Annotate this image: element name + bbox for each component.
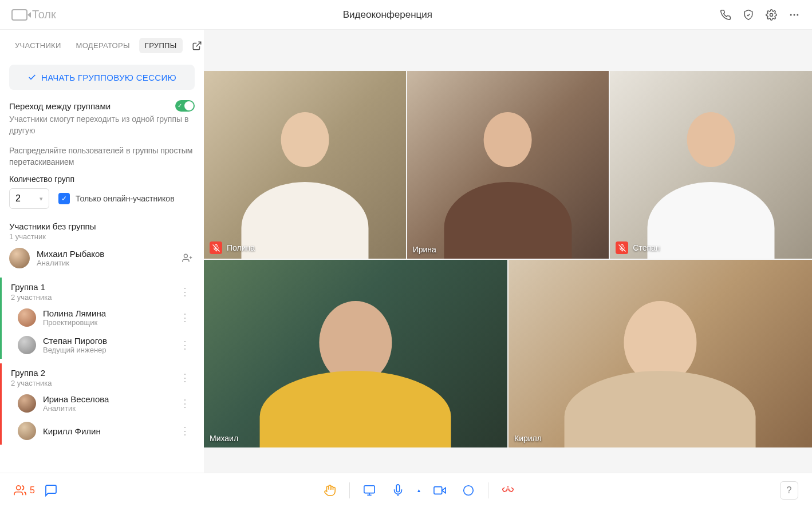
svg-point-3 xyxy=(797,14,798,15)
tile-name-label: Кирилл xyxy=(514,434,542,443)
record-button[interactable] xyxy=(457,479,480,502)
member-name: Степан Пирогов xyxy=(43,336,168,346)
circle-icon xyxy=(462,484,475,497)
help-label: ? xyxy=(787,485,792,496)
group-title: Группа 1 xyxy=(11,282,175,292)
shield-check-icon[interactable] xyxy=(742,9,755,21)
group-member[interactable]: Ирина Веселова Аналитик ⋮ xyxy=(0,390,204,417)
tab-groups[interactable]: ГРУППЫ xyxy=(139,38,183,53)
raise-hand-button[interactable] xyxy=(318,479,341,502)
member-role: Проектировщик xyxy=(43,318,168,327)
group-member[interactable]: Степан Пирогов Ведущий инженер ⋮ xyxy=(0,331,204,359)
member-name: Ирина Веселова xyxy=(43,394,168,404)
add-to-group-icon[interactable] xyxy=(180,251,195,266)
popout-icon[interactable] xyxy=(190,38,204,53)
camera-button[interactable] xyxy=(428,479,451,502)
end-call-button[interactable] xyxy=(496,479,519,502)
member-role: Ведущий инженер xyxy=(43,346,168,354)
ungrouped-title: Участники без группы xyxy=(9,221,195,231)
hangup-icon xyxy=(502,484,514,497)
mic-options-chevron[interactable]: ▴ xyxy=(415,487,423,493)
member-menu-icon[interactable]: ⋮ xyxy=(175,396,195,411)
gear-icon[interactable] xyxy=(765,9,778,21)
member-name: Михаил Рыбаков xyxy=(37,249,173,259)
group-count: 2 участника xyxy=(11,379,175,387)
app-header: Толк Видеоконференция xyxy=(0,0,812,30)
video-feed xyxy=(204,71,406,259)
group-menu-icon[interactable]: ⋮ xyxy=(175,284,195,299)
muted-mic-icon xyxy=(210,241,222,254)
microphone-button[interactable] xyxy=(387,479,409,502)
avatar xyxy=(9,248,30,268)
tile-name-label: Степан xyxy=(616,241,660,254)
svg-point-1 xyxy=(790,14,792,15)
member-name: Полина Лямина xyxy=(43,308,168,318)
video-tile[interactable]: Кирилл xyxy=(509,260,812,447)
video-tile[interactable]: Полина xyxy=(204,71,406,259)
svg-rect-6 xyxy=(364,485,375,493)
distribute-hint: Распределяйте пользователей в группы про… xyxy=(9,145,195,168)
microphone-icon xyxy=(392,484,404,497)
people-icon xyxy=(14,484,26,497)
video-tile[interactable]: Михаил xyxy=(204,260,507,447)
chat-button[interactable] xyxy=(44,484,58,497)
member-role: Аналитик xyxy=(37,259,173,267)
start-group-session-button[interactable]: НАЧАТЬ ГРУППОВУЮ СЕССИЮ xyxy=(9,65,195,90)
start-session-label: НАЧАТЬ ГРУППОВУЮ СЕССИЮ xyxy=(41,73,176,82)
avatar xyxy=(18,394,36,413)
transition-toggle[interactable]: ✓ xyxy=(175,100,195,112)
video-feed xyxy=(407,71,609,259)
check-icon xyxy=(27,73,37,82)
tab-participants[interactable]: УЧАСТНИКИ xyxy=(9,38,67,53)
ungrouped-member[interactable]: Михаил Рыбаков Аналитик xyxy=(0,243,204,273)
help-button[interactable]: ? xyxy=(780,481,798,500)
group-count-label: Количество групп xyxy=(9,175,195,184)
group: Группа 1 2 участника ⋮ Полина Лямина Про… xyxy=(0,278,204,359)
group: Группа 2 2 участника ⋮ Ирина Веселова Ан… xyxy=(0,363,204,445)
chevron-down-icon: ▾ xyxy=(40,195,43,203)
avatar xyxy=(18,422,36,440)
video-tile[interactable]: Ирина xyxy=(407,71,609,259)
toggle-check-icon: ✓ xyxy=(178,102,182,109)
online-only-label: Только онлайн-участников xyxy=(76,194,175,203)
group-member[interactable]: Кирилл Филин ⋮ xyxy=(0,417,204,445)
app-name: Толк xyxy=(32,8,56,21)
member-menu-icon[interactable]: ⋮ xyxy=(175,338,195,352)
online-only-checkbox[interactable]: ✓ xyxy=(58,193,70,204)
camera-logo-icon xyxy=(11,9,27,21)
participants-count-button[interactable]: 5 xyxy=(14,484,35,497)
group-count: 2 участника xyxy=(11,293,175,302)
phone-icon[interactable] xyxy=(719,9,732,21)
ungrouped-count: 1 участник xyxy=(9,232,195,241)
group-count-value: 2 xyxy=(15,193,21,204)
video-feed xyxy=(610,71,812,259)
video-camera-icon xyxy=(433,484,446,497)
participants-count: 5 xyxy=(30,485,35,496)
member-menu-icon[interactable]: ⋮ xyxy=(175,423,195,438)
svg-point-4 xyxy=(184,255,187,258)
group-count-select[interactable]: 2 ▾ xyxy=(9,188,49,209)
transition-subtitle: Участники смогут переходить из одной гру… xyxy=(9,114,195,136)
transition-title: Переход между группами xyxy=(9,101,111,111)
tile-name-label: Михаил xyxy=(210,434,238,443)
svg-point-8 xyxy=(464,485,474,495)
svg-point-5 xyxy=(17,485,21,489)
tile-name-label: Ирина xyxy=(413,245,436,254)
avatar xyxy=(18,308,36,327)
bottom-toolbar: 5 ▴ xyxy=(0,473,812,507)
video-tile[interactable]: Степан xyxy=(610,71,812,259)
chat-icon xyxy=(44,484,58,497)
tab-moderators[interactable]: МОДЕРАТОРЫ xyxy=(70,38,136,53)
group-menu-icon[interactable]: ⋮ xyxy=(175,370,195,385)
more-icon[interactable] xyxy=(788,9,801,21)
group-member[interactable]: Полина Лямина Проектировщик ⋮ xyxy=(0,304,204,331)
share-screen-button[interactable] xyxy=(358,479,381,502)
group-title: Группа 2 xyxy=(11,368,175,378)
member-name: Кирилл Филин xyxy=(43,426,168,436)
member-menu-icon[interactable]: ⋮ xyxy=(175,310,195,325)
monitor-icon xyxy=(363,484,376,497)
sidebar: УЧАСТНИКИ МОДЕРАТОРЫ ГРУППЫ НАЧАТЬ ГРУПП… xyxy=(0,30,204,473)
muted-mic-icon xyxy=(616,241,628,254)
video-feed xyxy=(204,260,507,447)
svg-point-0 xyxy=(770,13,773,16)
